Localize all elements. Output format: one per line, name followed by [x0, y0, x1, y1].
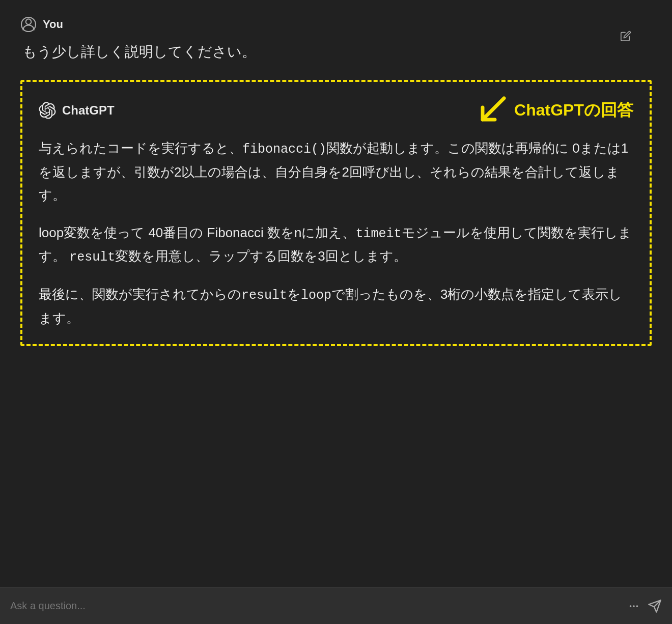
user-message: もう少し詳しく説明してください。 [20, 41, 652, 64]
svg-point-4 [636, 605, 638, 607]
svg-point-2 [630, 605, 632, 607]
chatgpt-logo-icon [39, 102, 56, 119]
arrow-icon [473, 96, 506, 125]
chatgpt-annotation: ChatGPTの回答 [473, 96, 633, 125]
user-avatar-icon [20, 16, 37, 33]
bottom-icons [628, 599, 662, 613]
response-paragraph-1: 与えられたコードを実行すると、fibonacci()関数が起動します。この関数は… [39, 137, 633, 207]
chatgpt-label: ChatGPT [62, 103, 115, 118]
more-options-button[interactable] [628, 601, 639, 612]
annotation-text: ChatGPTの回答 [514, 99, 633, 122]
send-button[interactable] [648, 599, 662, 613]
response-paragraph-2: loop変数を使って 40番目の Fibonacci 数をnに加え、timeit… [39, 221, 633, 269]
chatgpt-logo-area: ChatGPT [39, 102, 115, 119]
edit-button[interactable] [620, 31, 631, 43]
chatgpt-header: ChatGPT ChatGPTの回答 [39, 96, 633, 125]
response-paragraph-3: 最後に、関数が実行されてからのresultをloopで割ったものを、3桁の小数点… [39, 283, 633, 330]
svg-point-0 [26, 19, 32, 24]
svg-point-3 [633, 605, 635, 607]
user-name: You [43, 18, 63, 31]
user-header: You [20, 16, 652, 33]
chatgpt-response-box: ChatGPT ChatGPTの回答 与えられたコードを実行すると、fibona… [20, 80, 652, 347]
bottom-bar [0, 587, 672, 624]
ask-input[interactable] [10, 600, 622, 612]
user-section: You もう少し詳しく説明してください。 [20, 16, 652, 64]
